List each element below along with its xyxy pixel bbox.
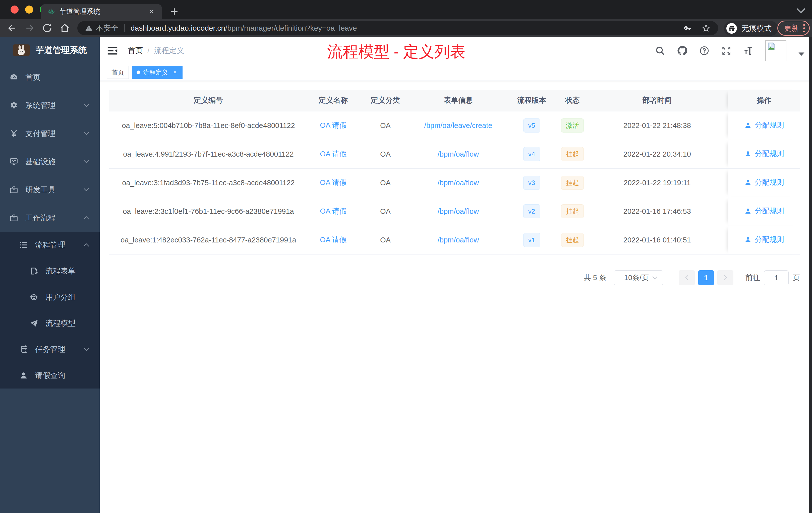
breadcrumb: 首页 / 流程定义 (128, 46, 184, 56)
app-window: 芋道管理系统 首页 系统管理 支付管理 (0, 37, 812, 513)
definition-name-link[interactable]: OA 请假 (320, 207, 347, 215)
incognito-label: 无痕模式 (742, 23, 772, 34)
col-operations: 操作 (728, 90, 800, 111)
sidebar-item-process-model[interactable]: 流程模型 (0, 310, 100, 336)
definition-id: oa_leave:2:3c1f0ef1-76b1-11ec-9c66-a2380… (109, 197, 308, 225)
assign-rule-button[interactable]: 分配规则 (744, 149, 784, 159)
new-tab-icon[interactable] (169, 6, 180, 17)
key-icon[interactable] (683, 24, 692, 33)
definition-id: oa_leave:1:482ec033-762a-11ec-8477-a2380… (109, 225, 308, 254)
form-link[interactable]: /bpm/oa/flow (438, 207, 479, 215)
github-icon[interactable] (677, 46, 688, 56)
sidebar-item-process-form[interactable]: 流程表单 (0, 258, 100, 284)
page-scrollbar[interactable] (809, 37, 812, 513)
chevron-down-icon (83, 102, 90, 109)
search-icon[interactable] (655, 46, 665, 56)
monitor-icon (9, 157, 18, 166)
sidebar-item-payment[interactable]: 支付管理 (0, 119, 100, 148)
assign-rule-button[interactable]: 分配规则 (744, 235, 784, 245)
brand[interactable]: 芋道管理系统 (0, 37, 100, 63)
sidebar-item-system[interactable]: 系统管理 (0, 91, 100, 119)
traffic-light-close[interactable] (10, 5, 19, 13)
list-icon (19, 240, 28, 249)
chevron-right-icon (723, 275, 728, 280)
fullscreen-icon[interactable] (721, 46, 732, 56)
caret-down-icon[interactable] (798, 52, 805, 57)
tab-search-chevron-icon[interactable] (795, 7, 807, 14)
assign-rule-button[interactable]: 分配规则 (744, 120, 784, 130)
next-page-button[interactable] (717, 270, 733, 285)
workflow-submenu: 流程管理 流程表单 用户分组 (0, 232, 100, 389)
help-icon[interactable] (699, 46, 709, 56)
form-link[interactable]: /bpm/oa/flow (438, 179, 479, 187)
chevron-down-icon (83, 186, 90, 193)
font-size-icon[interactable] (743, 46, 754, 56)
sidebar-item-label: 流程管理 (35, 240, 65, 250)
breadcrumb-home[interactable]: 首页 (128, 46, 143, 56)
assign-rule-button[interactable]: 分配规则 (744, 177, 784, 187)
sidebar-collapse-icon[interactable] (107, 45, 118, 57)
tag-home[interactable]: 首页 (107, 66, 129, 79)
version-badge: v5 (523, 118, 540, 132)
pagination: 共 5 条 10条/页 1 前往 页 (584, 270, 800, 285)
url-domain: dashboard.yudao.iocoder.cn (130, 24, 225, 32)
annotation-title: 流程模型 - 定义列表 (327, 41, 465, 62)
active-dot (137, 70, 140, 74)
sidebar-item-workflow[interactable]: 工作流程 (0, 204, 100, 232)
sidebar-item-home[interactable]: 首页 (0, 63, 100, 91)
home-icon[interactable] (59, 23, 70, 34)
deploy-time: 2022-01-22 20:34:10 (586, 140, 728, 169)
page-size-value: 10条/页 (621, 273, 652, 283)
avatar[interactable] (765, 40, 786, 61)
sidebar-item-devtools[interactable]: 研发工具 (0, 176, 100, 204)
tag-label: 首页 (112, 68, 124, 77)
chevron-down-icon (83, 130, 90, 137)
form-link[interactable]: /bpm/oa/leave/create (424, 121, 492, 129)
incognito-icon (726, 23, 737, 34)
definition-table: 定义编号 定义名称 定义分类 表单信息 流程版本 状态 部署时间 操作 oa_l (109, 90, 800, 254)
form-link[interactable]: /bpm/oa/flow (438, 150, 479, 158)
definition-name-link[interactable]: OA 请假 (320, 121, 347, 129)
page-size-select[interactable]: 10条/页 (614, 270, 663, 285)
browser-tab[interactable]: 芋道管理系统 (41, 4, 162, 19)
dashboard-icon (9, 73, 18, 82)
forward-icon[interactable] (24, 23, 35, 34)
sidebar-item-user-group[interactable]: 用户分组 (0, 284, 100, 310)
sidebar-item-process-management[interactable]: 流程管理 (0, 232, 100, 258)
sidebar-item-label: 首页 (25, 72, 40, 83)
app-navbar: 首页 / 流程定义 流程模型 - 定义列表 (100, 37, 812, 64)
definition-category: OA (359, 169, 412, 197)
tag-process-definition[interactable]: 流程定义 (132, 66, 182, 79)
table-row: oa_leave:3:1fad3d93-7b75-11ec-a3c8-acde4… (109, 169, 800, 197)
definition-name-link[interactable]: OA 请假 (320, 236, 347, 244)
assign-rule-button[interactable]: 分配规则 (744, 206, 784, 216)
pagination-total: 共 5 条 (584, 273, 606, 283)
version-badge: v4 (523, 147, 540, 161)
brand-logo-image (13, 44, 30, 56)
back-icon[interactable] (6, 23, 18, 34)
status-badge: 挂起 (561, 233, 584, 247)
status-badge: 挂起 (561, 176, 584, 190)
col-definition-id: 定义编号 (109, 90, 308, 111)
traffic-light-minimize[interactable] (25, 5, 33, 13)
table-row: oa_leave:1:482ec033-762a-11ec-8477-a2380… (109, 225, 800, 254)
broken-image-icon (767, 42, 776, 51)
url-bar[interactable]: 不安全 dashboard.yudao.iocoder.cn/bpm/manag… (77, 21, 718, 35)
definition-name-link[interactable]: OA 请假 (320, 150, 347, 158)
definition-name-link[interactable]: OA 请假 (320, 178, 347, 186)
sidebar-item-leave-query[interactable]: 请假查询 (0, 362, 100, 389)
goto-page-input[interactable] (764, 270, 789, 285)
version-badge: v3 (523, 176, 540, 190)
tab-close-icon[interactable] (148, 8, 155, 15)
page-number-button[interactable]: 1 (698, 270, 714, 285)
kebab-menu-icon[interactable] (803, 24, 805, 32)
reload-icon[interactable] (42, 23, 53, 34)
prev-page-button[interactable] (679, 270, 695, 285)
users-icon (29, 293, 38, 302)
sidebar-item-infrastructure[interactable]: 基础设施 (0, 148, 100, 176)
tag-close-icon[interactable] (172, 69, 178, 75)
form-link[interactable]: /bpm/oa/flow (438, 236, 479, 244)
browser-update-button[interactable]: 更新 (777, 21, 810, 36)
bookmark-star-icon[interactable] (701, 24, 710, 33)
sidebar-item-task-management[interactable]: 任务管理 (0, 336, 100, 362)
